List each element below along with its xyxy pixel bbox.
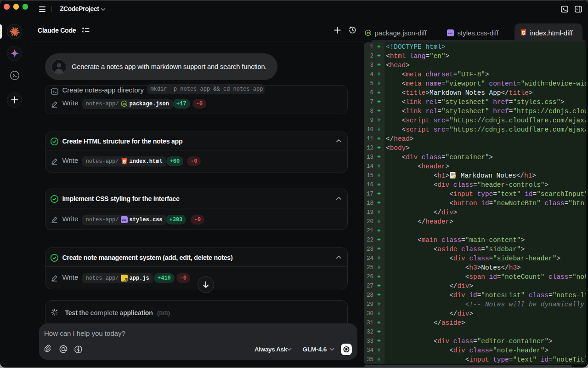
- svg-text:JS: JS: [366, 31, 370, 34]
- svg-text:css: css: [448, 32, 452, 34]
- svg-text:JS: JS: [122, 102, 126, 105]
- svg-text:css: css: [122, 218, 126, 221]
- svg-text:JS: JS: [124, 278, 128, 281]
